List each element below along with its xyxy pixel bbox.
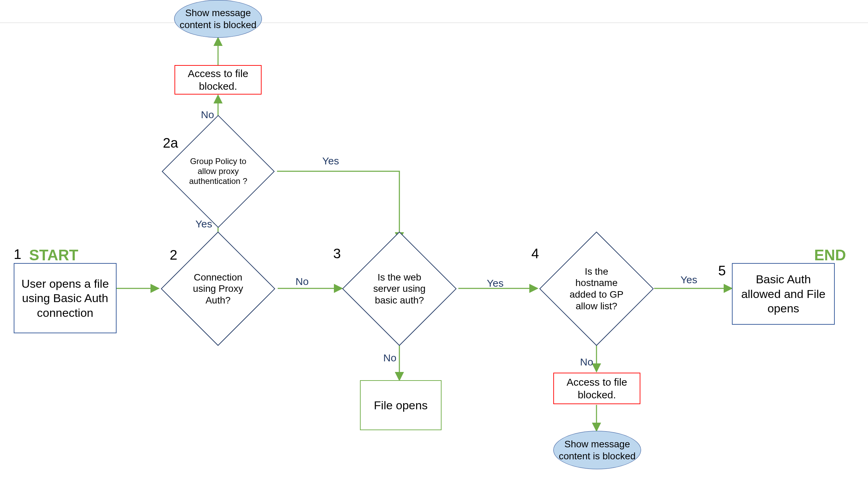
node-3-webserver-basic-auth: Is the web server using basic auth? [359, 248, 440, 329]
node-access-blocked-bottom: Access to file blocked. [553, 373, 640, 404]
node-access-blocked-bottom-label: Access to file blocked. [554, 374, 640, 403]
node-5-label: Basic Auth allowed and File opens [733, 271, 834, 317]
node-2a-label: Group Policy to allow proxy authenticati… [178, 132, 258, 211]
edge-2a-3 [277, 171, 399, 240]
step-1-number: 1 [14, 247, 21, 262]
node-show-msg-top-label: Show message content is blocked [174, 5, 262, 32]
node-show-msg-bottom-label: Show message content is blocked [554, 437, 641, 463]
edge-2a-yes-label: Yes [322, 155, 339, 167]
edge-3-yes-label: Yes [487, 277, 504, 289]
node-2a-group-policy: Group Policy to allow proxy authenticati… [178, 132, 258, 211]
node-show-msg-bottom: Show message content is blocked [553, 431, 641, 469]
node-2-proxy-auth: Connection using Proxy Auth? [178, 248, 258, 329]
edge-4-no-label: No [580, 356, 593, 368]
node-access-blocked-top: Access to file blocked. [174, 65, 262, 95]
edge-4-yes-label: Yes [680, 274, 697, 286]
start-label: START [29, 247, 78, 264]
node-3-label: Is the web server using basic auth? [359, 248, 440, 329]
flowchart-canvas: START END 1 2 2a 3 4 5 User opens a file… [0, 0, 868, 485]
node-4-label: Is the hostname added to GP allow list? [556, 248, 637, 329]
node-file-opens-label: File opens [371, 397, 431, 414]
step-2-number: 2 [170, 247, 177, 263]
node-4-gp-allowlist: Is the hostname added to GP allow list? [556, 248, 637, 329]
node-access-blocked-top-label: Access to file blocked. [175, 66, 261, 94]
node-1-label: User opens a file using Basic Auth conne… [14, 275, 116, 322]
edge-2-yes-label: Yes [195, 218, 212, 230]
edge-2-no-label: No [296, 276, 309, 287]
step-5-number: 5 [718, 263, 726, 278]
step-2a-number: 2a [163, 135, 178, 151]
node-show-msg-top: Show message content is blocked [174, 0, 262, 38]
node-1-user-opens-file: User opens a file using Basic Auth conne… [14, 263, 117, 333]
edge-2a-no-label: No [201, 109, 214, 121]
node-file-opens: File opens [360, 380, 442, 430]
step-3-number: 3 [333, 246, 341, 261]
step-4-number: 4 [531, 246, 539, 261]
end-label: END [814, 247, 846, 264]
node-2-label: Connection using Proxy Auth? [178, 248, 258, 329]
node-5-basic-auth-allowed: Basic Auth allowed and File opens [732, 263, 835, 325]
edge-3-no-label: No [383, 352, 396, 364]
